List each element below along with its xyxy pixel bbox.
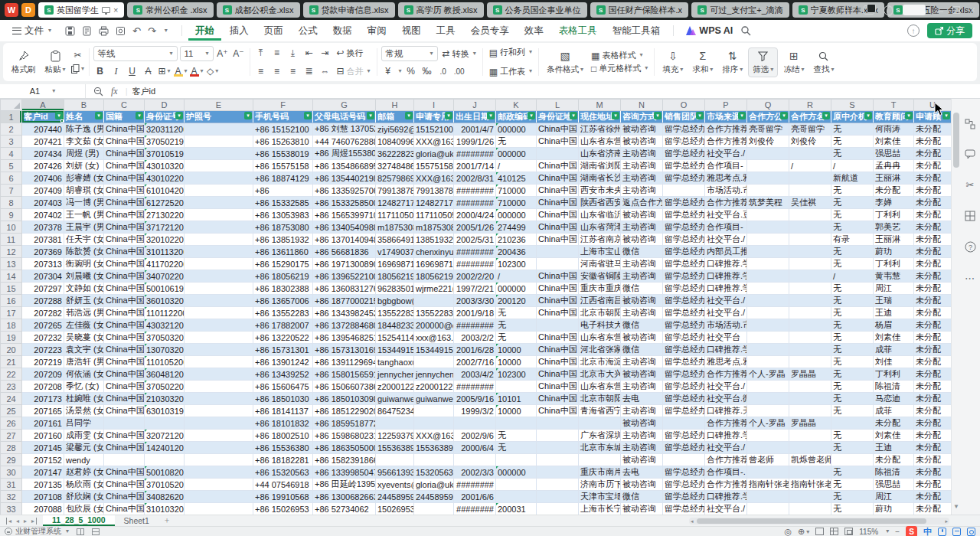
filter-dropdown-icon[interactable] xyxy=(528,112,535,119)
cell-T20[interactable]: 成菲 xyxy=(874,344,914,356)
cell-G22[interactable]: +86 1580156591 xyxy=(313,368,376,381)
zoom-caret-icon[interactable] xyxy=(886,528,889,534)
cell-F14[interactable]: +86 18056219 xyxy=(253,270,313,283)
filter-dropdown-icon[interactable] xyxy=(55,112,63,119)
filter-dropdown-icon[interactable] xyxy=(304,112,312,119)
cell-Q17[interactable] xyxy=(747,307,789,319)
cell-N2[interactable]: 被动咨询 xyxy=(621,123,663,136)
cell-C24[interactable]: China中国 xyxy=(104,393,145,405)
decrease-decimal-button[interactable]: .00 xyxy=(452,64,466,78)
cell-O14[interactable]: 留学总经办 xyxy=(663,270,705,283)
tab-close-icon[interactable]: × xyxy=(113,5,118,15)
cell-C17[interactable]: China中国 xyxy=(104,307,145,319)
filter-dropdown-icon[interactable] xyxy=(654,112,662,119)
ime-tools-icon[interactable] xyxy=(967,528,975,536)
cell-T6[interactable]: 王丽淋 xyxy=(874,172,914,185)
cell-G16[interactable]: +86 1877000215 xyxy=(313,295,376,307)
cell-E19[interactable] xyxy=(185,332,253,344)
cell-U7[interactable]: 未分配 xyxy=(914,185,952,197)
header-cell-M1[interactable]: 现住地址 xyxy=(579,111,621,123)
row-header-8[interactable]: 8 xyxy=(1,197,22,209)
cell-U20[interactable]: 未分配 xyxy=(914,344,952,356)
cell-N27[interactable]: 主动咨询 xyxy=(621,430,663,442)
document-tab[interactable]: 贷款申请信息.xlsx xyxy=(303,2,395,18)
cell-Q14[interactable] xyxy=(747,270,789,283)
justify-button[interactable]: ≣ xyxy=(302,64,316,78)
selection-mode-icon[interactable]: ⊕ xyxy=(798,527,809,536)
flowchart-icon[interactable] xyxy=(965,119,975,129)
cell-A33[interactable]: 207088 xyxy=(22,503,64,515)
cell-O29[interactable] xyxy=(663,454,705,466)
cell-M16[interactable]: 江西省南昌 xyxy=(579,295,621,307)
header-cell-C1[interactable]: 国籍 xyxy=(104,111,145,123)
cell-N29[interactable]: 被动咨询 xyxy=(621,454,663,466)
menu-item-5[interactable]: 审阅 xyxy=(361,21,394,41)
cell-U30[interactable]: 未分配 xyxy=(914,466,952,479)
cell-N23[interactable]: 主动咨询 xyxy=(621,381,663,393)
cell-P22[interactable]: 合作方推荐 xyxy=(705,368,747,381)
cell-P16[interactable]: 社交平台./ xyxy=(705,295,747,307)
cell-U8[interactable]: 未分配 xyxy=(914,197,952,209)
cell-G4[interactable]: +86 周煜155380 xyxy=(313,148,376,160)
cell-Q19[interactable] xyxy=(747,332,789,344)
menu-item-8[interactable]: 会员专享 xyxy=(464,21,516,41)
cell-C20[interactable]: China中国 xyxy=(104,344,145,356)
table-style-button[interactable]: ▦表格样式 xyxy=(589,49,645,62)
cell-U12[interactable]: 未分配 xyxy=(914,246,952,258)
filter-dropdown-icon[interactable] xyxy=(570,112,577,119)
cell-N24[interactable]: 去电 xyxy=(621,393,663,405)
cell-I17[interactable]: 135522836 xyxy=(414,307,454,319)
filter-dropdown-icon[interactable] xyxy=(612,112,619,119)
cell-G27[interactable]: +86 1598680231 xyxy=(313,430,376,442)
cell-H23[interactable]: z20001227 xyxy=(376,381,414,393)
cell-H3[interactable]: 108409964 xyxy=(376,136,414,148)
menu-item-3[interactable]: 公式 xyxy=(292,21,325,41)
cell-O23[interactable]: 留学总经办 xyxy=(663,381,705,393)
cell-Q26[interactable]: 个人-罗晶 xyxy=(747,417,789,430)
column-header-C[interactable]: C xyxy=(104,100,145,111)
cell-U23[interactable]: 未分配 xyxy=(914,381,952,393)
cell-E32[interactable] xyxy=(185,491,253,503)
cell-G20[interactable]: +86 1573130169 xyxy=(313,344,376,356)
cell-R16[interactable] xyxy=(789,295,831,307)
cell-N17[interactable]: 主动咨询 xyxy=(621,307,663,319)
cell-U31[interactable]: 未分配 xyxy=(914,479,952,491)
cell-K17[interactable]: 无 xyxy=(496,307,537,319)
cell-M31[interactable]: 济南市历下 xyxy=(579,479,621,491)
cell-N12[interactable]: 微信 xyxy=(621,246,663,258)
header-cell-I1[interactable]: 申请专用 xyxy=(414,111,454,123)
cell-G32[interactable]: +86 1300682663 xyxy=(313,491,376,503)
undo-icon[interactable]: ↶ xyxy=(132,25,141,37)
cell-T28[interactable]: 王迪 xyxy=(874,442,914,454)
cell-K6[interactable]: 410125 xyxy=(496,172,537,185)
cell-C29[interactable] xyxy=(104,454,145,466)
cell-T4[interactable]: 强思喆 xyxy=(874,148,914,160)
cell-S21[interactable]: 无 xyxy=(831,356,874,368)
cell-K21[interactable]: 10000 xyxy=(496,356,537,368)
cell-O3[interactable]: 留学总经办 xyxy=(663,136,705,148)
column-header-K[interactable]: K xyxy=(496,100,537,111)
cell-P21[interactable]: 雅思考点.雅 xyxy=(705,356,747,368)
cell-D22[interactable]: 360481200304020026 xyxy=(145,368,185,381)
cell-K12[interactable]: 200436 xyxy=(496,246,537,258)
cell-B24[interactable]: 桂婉唯 (女 xyxy=(64,393,104,405)
cell-E31[interactable] xyxy=(185,479,253,491)
menu-item-0[interactable]: 开始 xyxy=(188,21,221,41)
cell-U21[interactable]: 未分配 xyxy=(914,356,952,368)
cell-R14[interactable] xyxy=(789,270,831,283)
cell-R33[interactable] xyxy=(789,503,831,515)
cell-J10[interactable]: 2005/1/26 xyxy=(454,221,496,234)
cell-C32[interactable]: China中国 xyxy=(104,491,145,503)
cell-S17[interactable]: 无 xyxy=(831,307,874,319)
cell-U33[interactable]: 未分配 xyxy=(914,503,952,515)
cell-O32[interactable]: 留学总经办 xyxy=(663,491,705,503)
clear-format-button[interactable]: ◇ xyxy=(206,64,220,78)
cell-N31[interactable]: 被动咨询 xyxy=(621,479,663,491)
increase-decimal-button[interactable]: .0 xyxy=(436,64,450,78)
cell-O12[interactable]: 留学总经办 xyxy=(663,246,705,258)
cell-P5[interactable]: 合作项目- xyxy=(705,160,747,172)
cell-N25[interactable]: 主动咨询 xyxy=(621,405,663,417)
header-cell-N1[interactable]: 咨询方式 xyxy=(621,111,663,123)
column-header-R[interactable]: R xyxy=(789,100,831,111)
cell-F12[interactable]: +86 13611860 xyxy=(253,246,313,258)
